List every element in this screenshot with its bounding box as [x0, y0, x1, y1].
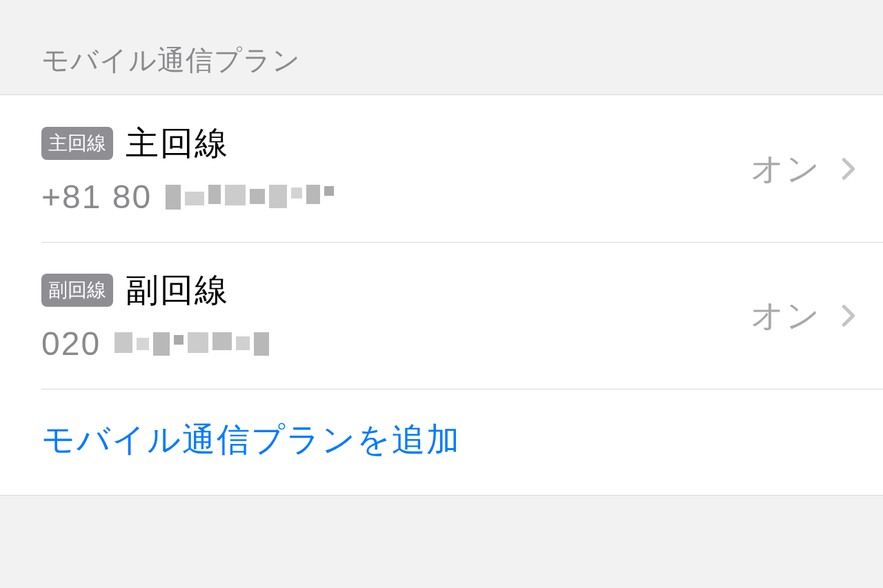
phone-redacted — [166, 185, 334, 210]
chevron-right-icon — [842, 156, 855, 181]
section-header: モバイル通信プラン — [0, 0, 883, 94]
cellular-plan-row-primary[interactable]: 主回線 主回線 +81 80 オン — [0, 95, 883, 242]
line-badge-primary: 主回線 — [41, 127, 113, 160]
row-content: 主回線 主回線 +81 80 — [41, 121, 751, 216]
add-cellular-plan-row[interactable]: モバイル通信プランを追加 — [0, 389, 883, 495]
line-top: 主回線 主回線 — [41, 121, 751, 165]
row-right: オン — [751, 147, 855, 191]
cellular-plan-row-secondary[interactable]: 副回線 副回線 020 オン — [0, 242, 883, 389]
phone-number: 020 — [41, 325, 751, 363]
line-top: 副回線 副回線 — [41, 268, 751, 312]
status-text: オン — [751, 147, 821, 191]
cellular-plans-list: 主回線 主回線 +81 80 オン — [0, 94, 883, 496]
row-content: 副回線 副回線 020 — [41, 268, 751, 363]
chevron-right-icon — [842, 303, 855, 328]
line-name: 副回線 — [126, 268, 229, 312]
add-cellular-plan-link[interactable]: モバイル通信プランを追加 — [41, 421, 461, 458]
phone-number: +81 80 — [41, 178, 751, 216]
line-name: 主回線 — [126, 121, 229, 165]
phone-redacted — [115, 332, 269, 356]
status-text: オン — [751, 294, 821, 338]
phone-prefix: +81 80 — [41, 178, 152, 216]
phone-prefix: 020 — [41, 325, 101, 363]
line-badge-secondary: 副回線 — [41, 274, 113, 307]
row-right: オン — [751, 294, 855, 338]
